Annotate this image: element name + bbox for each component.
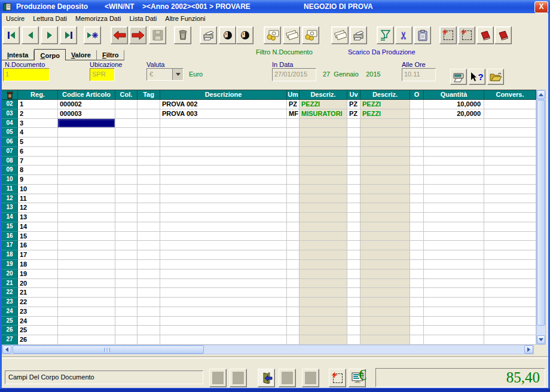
cell-num[interactable]: 06 bbox=[2, 137, 18, 147]
cell-tag[interactable] bbox=[138, 109, 160, 119]
tab-filtro[interactable]: Filtro bbox=[97, 50, 125, 60]
horizontal-scroll-thumb[interactable] bbox=[13, 345, 204, 354]
cell-num[interactable]: 27 bbox=[2, 335, 18, 345]
cell-col[interactable] bbox=[115, 232, 138, 241]
cell-o[interactable] bbox=[410, 270, 424, 279]
cell-descrizione[interactable] bbox=[160, 203, 287, 213]
cell-o[interactable] bbox=[410, 157, 424, 166]
cell-conv[interactable] bbox=[484, 222, 536, 232]
cell-descr1[interactable] bbox=[300, 157, 347, 166]
cell-tag[interactable] bbox=[138, 279, 160, 289]
cell-codice[interactable] bbox=[58, 137, 115, 147]
cell-conv[interactable] bbox=[484, 260, 536, 270]
cell-reg[interactable]: 24 bbox=[18, 317, 58, 326]
cell-col[interactable] bbox=[115, 203, 138, 213]
cell-tag[interactable] bbox=[138, 288, 160, 298]
grid-corner-cell[interactable] bbox=[2, 90, 18, 100]
cell-descr1[interactable] bbox=[300, 279, 347, 289]
red-arrow-right-button[interactable] bbox=[129, 26, 146, 44]
cell-o[interactable] bbox=[410, 288, 424, 298]
cell-num[interactable]: 10 bbox=[2, 175, 18, 185]
cell-o[interactable] bbox=[410, 213, 424, 222]
cell-uv[interactable] bbox=[347, 335, 360, 345]
cell-tag[interactable] bbox=[138, 166, 160, 175]
red-arrow-left-button[interactable] bbox=[111, 26, 128, 44]
cell-descr1[interactable] bbox=[300, 194, 347, 204]
cell-um[interactable] bbox=[287, 250, 300, 260]
cell-num[interactable]: 25 bbox=[2, 317, 18, 326]
cell-o[interactable] bbox=[410, 203, 424, 213]
cell-conv[interactable] bbox=[484, 288, 536, 298]
cell-col[interactable] bbox=[115, 298, 138, 307]
cell-o[interactable] bbox=[410, 137, 424, 147]
cell-qta[interactable] bbox=[424, 137, 484, 147]
cell-col[interactable] bbox=[115, 157, 138, 166]
cell-reg[interactable]: 13 bbox=[18, 213, 58, 222]
cell-tag[interactable] bbox=[138, 203, 160, 213]
cell-codice[interactable] bbox=[58, 260, 115, 270]
cell-conv[interactable] bbox=[484, 185, 536, 194]
cell-descr1[interactable] bbox=[300, 166, 347, 175]
valuta-dropdown-button[interactable] bbox=[172, 69, 183, 80]
cell-descrizione[interactable] bbox=[160, 157, 287, 166]
cell-qta[interactable] bbox=[424, 307, 484, 317]
tab-valore[interactable]: Valore bbox=[66, 50, 97, 60]
cell-descrizione[interactable] bbox=[160, 317, 287, 326]
cell-descr1[interactable] bbox=[300, 260, 347, 270]
cell-codice[interactable] bbox=[58, 175, 115, 185]
cell-descr2[interactable] bbox=[360, 250, 410, 260]
cell-um[interactable] bbox=[287, 222, 300, 232]
cell-qta[interactable] bbox=[424, 157, 484, 166]
cell-codice[interactable] bbox=[58, 241, 115, 250]
cell-conv[interactable] bbox=[484, 109, 536, 119]
cell-tag[interactable] bbox=[138, 128, 160, 137]
cell-descr2[interactable] bbox=[360, 279, 410, 289]
cell-qta[interactable] bbox=[424, 298, 484, 307]
cell-reg[interactable]: 20 bbox=[18, 279, 58, 289]
cell-conv[interactable] bbox=[484, 232, 536, 241]
cell-descrizione[interactable] bbox=[160, 326, 287, 335]
cell-num[interactable]: 07 bbox=[2, 147, 18, 157]
cell-reg[interactable]: 16 bbox=[18, 241, 58, 250]
money-coins-button-1[interactable] bbox=[264, 26, 281, 44]
cell-o[interactable] bbox=[410, 250, 424, 260]
cell-descrizione[interactable] bbox=[160, 222, 287, 232]
cell-descr1[interactable] bbox=[300, 250, 347, 260]
cell-tag[interactable] bbox=[138, 298, 160, 307]
cell-descrizione[interactable] bbox=[160, 213, 287, 222]
cell-qta[interactable] bbox=[424, 326, 484, 335]
cell-codice[interactable]: 000002 bbox=[58, 100, 115, 109]
red-book-button-2[interactable] bbox=[494, 26, 512, 44]
save-button[interactable] bbox=[149, 26, 166, 44]
cell-descr1[interactable] bbox=[300, 317, 347, 326]
cell-num[interactable]: 05 bbox=[2, 128, 18, 137]
cell-col[interactable] bbox=[115, 109, 138, 119]
cell-descr1[interactable] bbox=[300, 241, 347, 250]
cell-uv[interactable] bbox=[347, 250, 360, 260]
vertical-scroll-thumb[interactable] bbox=[537, 100, 545, 326]
selection-sparkle-button-1[interactable] bbox=[439, 26, 457, 44]
cell-o[interactable] bbox=[410, 147, 424, 157]
cell-reg[interactable]: 3 bbox=[18, 119, 58, 128]
cell-conv[interactable] bbox=[484, 157, 536, 166]
cell-descr2[interactable] bbox=[360, 137, 410, 147]
cell-descrizione[interactable]: PROVA 003 bbox=[160, 109, 287, 119]
cell-descr2[interactable] bbox=[360, 175, 410, 185]
help-button[interactable]: ? bbox=[469, 69, 485, 85]
tab-corpo[interactable]: Corpo bbox=[34, 49, 65, 60]
cell-um[interactable] bbox=[287, 119, 300, 128]
cell-qta[interactable] bbox=[424, 203, 484, 213]
cell-reg[interactable]: 11 bbox=[18, 194, 58, 204]
cell-descrizione[interactable] bbox=[160, 335, 287, 345]
cell-o[interactable] bbox=[410, 326, 424, 335]
title-bar[interactable]: Produzione Deposito <WIN/NT ><Anno 2002>… bbox=[0, 0, 550, 13]
cell-num[interactable]: 20 bbox=[2, 270, 18, 279]
cell-num[interactable]: 13 bbox=[2, 203, 18, 213]
cell-uv[interactable] bbox=[347, 260, 360, 270]
cell-col[interactable] bbox=[115, 128, 138, 137]
cell-uv[interactable] bbox=[347, 307, 360, 317]
alleore-field[interactable]: 10.11 bbox=[402, 68, 436, 81]
cell-tag[interactable] bbox=[138, 241, 160, 250]
cell-uv[interactable] bbox=[347, 213, 360, 222]
cell-col[interactable] bbox=[115, 137, 138, 147]
